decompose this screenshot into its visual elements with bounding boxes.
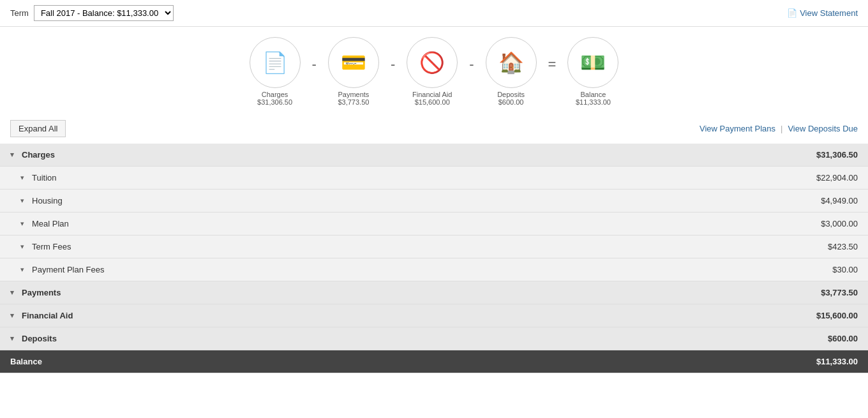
row-left-housing: ▾ Housing xyxy=(20,196,63,205)
row-left-tuition: ▾ Tuition xyxy=(20,173,57,183)
row-label-financial-aid-header: Financial Aid xyxy=(22,311,73,320)
summary-circle-charges: 📄 xyxy=(250,37,301,88)
summary-item-balance: 💵 Balance $11,333.00 xyxy=(561,37,625,106)
summary-label-payments: Payments xyxy=(338,91,369,98)
accordion-row-payments-header[interactable]: ▾ Payments $3,773.50 xyxy=(0,281,868,304)
summary-value-balance: $11,333.00 xyxy=(576,98,611,106)
summary-value-deposits: $600.00 xyxy=(498,98,524,106)
accordion-row-term-fees[interactable]: ▾ Term Fees $423.50 xyxy=(0,235,868,258)
document-icon: 📄 xyxy=(787,8,797,18)
accordion-row-housing[interactable]: ▾ Housing $4,949.00 xyxy=(0,190,868,213)
chevron-payments-header: ▾ xyxy=(10,288,18,297)
summary-item-payments: 💳 Payments $3,773.50 xyxy=(322,37,385,106)
summary-circle-payments: 💳 xyxy=(328,37,379,88)
payments-icon: 💳 xyxy=(341,50,366,75)
chevron-term-fees: ▾ xyxy=(20,243,28,251)
summary-label-financial_aid: Financial Aid xyxy=(412,91,452,98)
chevron-financial-aid-header: ▾ xyxy=(10,311,18,320)
row-value-meal-plan: $3,000.00 xyxy=(821,219,858,228)
row-left-payments-header: ▾ Payments xyxy=(10,288,61,297)
row-value-term-fees: $423.50 xyxy=(828,242,858,251)
summary-item-deposits: 🏠 Deposits $600.00 xyxy=(479,37,543,106)
chevron-meal-plan: ▾ xyxy=(20,220,28,228)
row-label-tuition: Tuition xyxy=(32,173,57,183)
operator-3: = xyxy=(548,56,557,87)
row-label-charges-header: Charges xyxy=(22,150,55,160)
row-label-housing: Housing xyxy=(32,196,63,205)
row-left-financial-aid-header: ▾ Financial Aid xyxy=(10,311,73,320)
summary-label-deposits: Deposits xyxy=(497,91,525,98)
summary-label-balance: Balance xyxy=(581,91,606,98)
operator-2: - xyxy=(469,56,474,87)
row-value-housing: $4,949.00 xyxy=(821,196,858,205)
row-left-term-fees: ▾ Term Fees xyxy=(20,242,71,251)
expand-all-button[interactable]: Expand All xyxy=(10,120,66,137)
summary-circle-balance: 💵 xyxy=(567,37,618,88)
links-group: View Payment Plans | View Deposits Due xyxy=(700,124,858,133)
balance-label: Balance xyxy=(10,357,42,366)
accordion-row-deposits-header[interactable]: ▾ Deposits $600.00 xyxy=(0,327,868,350)
row-label-payment-plan-fees: Payment Plan Fees xyxy=(32,265,104,274)
balance-row-left: Balance xyxy=(10,357,42,366)
view-statement-link[interactable]: 📄 View Statement xyxy=(787,8,858,18)
chevron-tuition: ▾ xyxy=(20,174,28,182)
charges-icon: 📄 xyxy=(262,50,288,75)
summary-item-financial_aid: 🚫 Financial Aid $15,600.00 xyxy=(400,37,464,106)
view-payment-plans-link[interactable]: View Payment Plans xyxy=(700,124,775,133)
row-label-meal-plan: Meal Plan xyxy=(32,219,69,228)
summary-value-financial_aid: $15,600.00 xyxy=(415,98,450,106)
accordion-row-meal-plan[interactable]: ▾ Meal Plan $3,000.00 xyxy=(0,213,868,235)
term-select[interactable]: Fall 2017 - Balance: $11,333.00 xyxy=(34,5,174,21)
summary-label-charges: Charges xyxy=(262,91,288,98)
row-left-payment-plan-fees: ▾ Payment Plan Fees xyxy=(20,265,104,274)
accordion-row-financial-aid-header[interactable]: ▾ Financial Aid $15,600.00 xyxy=(0,304,868,327)
operator-0: - xyxy=(312,56,317,87)
balance-value: $11,333.00 xyxy=(816,357,858,366)
summary-item-charges: 📄 Charges $31,306.50 xyxy=(243,37,307,106)
operator-1: - xyxy=(391,56,395,87)
actions-bar: Expand All View Payment Plans | View Dep… xyxy=(0,116,868,144)
term-label: Term xyxy=(10,8,29,18)
row-left-charges-header: ▾ Charges xyxy=(10,150,55,160)
row-value-deposits-header: $600.00 xyxy=(828,334,858,343)
view-deposits-due-link[interactable]: View Deposits Due xyxy=(788,124,858,133)
row-value-payment-plan-fees: $30.00 xyxy=(832,265,858,274)
summary-circle-financial_aid: 🚫 xyxy=(407,37,458,88)
row-value-charges-header: $31,306.50 xyxy=(816,150,858,160)
row-value-tuition: $22,904.00 xyxy=(816,173,858,183)
balance-row: Balance $11,333.00 xyxy=(0,350,868,373)
row-label-deposits-header: Deposits xyxy=(22,334,57,343)
summary-section: 📄 Charges $31,306.50 - 💳 Payments $3,773… xyxy=(0,27,868,116)
row-value-payments-header: $3,773.50 xyxy=(821,288,858,297)
accordion-row-tuition[interactable]: ▾ Tuition $22,904.00 xyxy=(0,167,868,190)
deposits-icon: 🏠 xyxy=(498,50,524,75)
chevron-payment-plan-fees: ▾ xyxy=(20,265,28,274)
summary-value-payments: $3,773.50 xyxy=(338,98,369,106)
chevron-deposits-header: ▾ xyxy=(10,334,18,343)
accordion-row-charges-header[interactable]: ▾ Charges $31,306.50 xyxy=(0,144,868,167)
row-label-term-fees: Term Fees xyxy=(32,242,71,251)
row-left-meal-plan: ▾ Meal Plan xyxy=(20,219,69,228)
row-value-financial-aid-header: $15,600.00 xyxy=(816,311,858,320)
top-bar: Term Fall 2017 - Balance: $11,333.00 📄 V… xyxy=(0,0,868,27)
separator: | xyxy=(781,124,782,133)
accordion-section: ▾ Charges $31,306.50 ▾ Tuition $22,904.0… xyxy=(0,144,868,373)
chevron-housing: ▾ xyxy=(20,197,28,205)
summary-circle-deposits: 🏠 xyxy=(486,37,537,88)
row-label-payments-header: Payments xyxy=(22,288,61,297)
accordion-row-payment-plan-fees[interactable]: ▾ Payment Plan Fees $30.00 xyxy=(0,258,868,281)
row-left-deposits-header: ▾ Deposits xyxy=(10,334,57,343)
summary-value-charges: $31,306.50 xyxy=(257,98,292,106)
balance-icon: 💵 xyxy=(580,50,606,75)
chevron-charges-header: ▾ xyxy=(10,151,18,159)
financial_aid-icon: 🚫 xyxy=(419,50,445,75)
